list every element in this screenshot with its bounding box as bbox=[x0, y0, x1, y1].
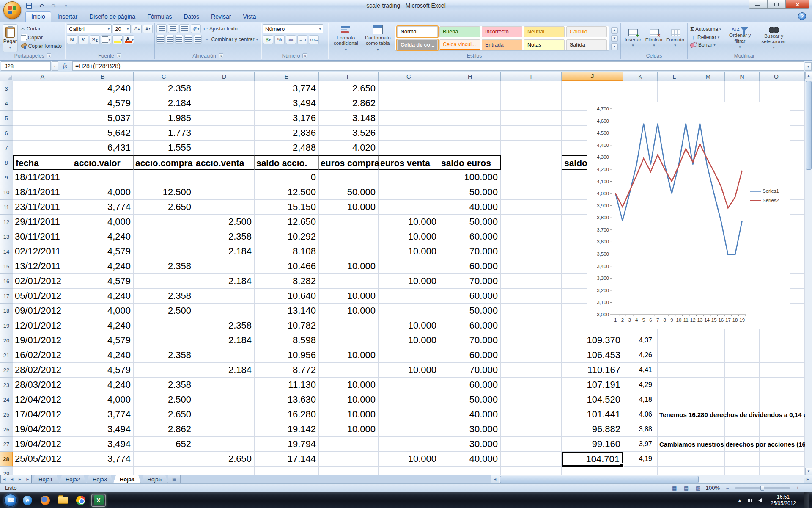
cell-L26[interactable] bbox=[658, 422, 691, 437]
cell-I14[interactable] bbox=[501, 244, 562, 259]
column-header-partial[interactable] bbox=[793, 72, 805, 81]
cell-P18[interactable] bbox=[793, 304, 805, 318]
cell-F27[interactable] bbox=[319, 437, 379, 452]
cell-H19[interactable]: 60.000 bbox=[439, 318, 501, 333]
cell-C15[interactable]: 2.358 bbox=[134, 259, 194, 274]
cell-A8[interactable]: fecha bbox=[13, 155, 72, 170]
cell-E29[interactable] bbox=[255, 467, 319, 475]
prev-sheet-button[interactable]: ◀ bbox=[8, 475, 16, 483]
cell-D20[interactable]: 2.184 bbox=[194, 333, 255, 348]
merge-center-button[interactable]: ⇔Combinar y centrar▾ bbox=[203, 36, 259, 43]
cell-I28[interactable] bbox=[501, 452, 562, 467]
align-center-button[interactable] bbox=[166, 35, 174, 44]
percent-style-button[interactable]: % bbox=[274, 35, 285, 44]
cell-E12[interactable]: 12.650 bbox=[255, 215, 319, 229]
cell-P26[interactable] bbox=[793, 422, 805, 437]
cell-C9[interactable] bbox=[134, 170, 194, 185]
cell-H20[interactable]: 70.000 bbox=[439, 333, 501, 348]
cell-B17[interactable]: 4,240 bbox=[72, 289, 134, 304]
cell-D26[interactable] bbox=[194, 422, 255, 437]
cell-G12[interactable]: 10.000 bbox=[379, 215, 439, 229]
cell-A29[interactable] bbox=[13, 467, 72, 475]
cell-C28[interactable] bbox=[134, 452, 194, 467]
row-header-14[interactable]: 14 bbox=[0, 244, 13, 259]
row-header-28[interactable]: 28 bbox=[0, 452, 13, 467]
taskbar-internet-explorer-button[interactable]: e bbox=[20, 494, 35, 507]
row-header-18[interactable]: 18 bbox=[0, 304, 13, 318]
cell-C26[interactable]: 2.862 bbox=[134, 422, 194, 437]
cell-N29[interactable] bbox=[725, 467, 760, 475]
cell-A6[interactable] bbox=[13, 126, 72, 141]
cell-C25[interactable]: 2.650 bbox=[134, 407, 194, 422]
cell-G3[interactable] bbox=[379, 81, 439, 96]
cell-P7[interactable] bbox=[793, 141, 805, 155]
cell-H17[interactable]: 60.000 bbox=[439, 289, 501, 304]
font-size-select[interactable]: 20▾ bbox=[113, 24, 131, 33]
cell-B23[interactable]: 4,240 bbox=[72, 378, 134, 392]
cell-C11[interactable]: 2.650 bbox=[134, 200, 194, 215]
cell-P29[interactable] bbox=[793, 467, 805, 475]
cell-A12[interactable]: 29/11/2011 bbox=[13, 215, 72, 229]
row-header-29[interactable]: 29 bbox=[0, 467, 13, 475]
scroll-up-button[interactable]: ▲ bbox=[805, 72, 812, 79]
cell-G15[interactable] bbox=[379, 259, 439, 274]
cell-G18[interactable] bbox=[379, 304, 439, 318]
cell-G5[interactable] bbox=[379, 111, 439, 126]
cell-A25[interactable]: 17/04/2012 bbox=[13, 407, 72, 422]
font-name-select[interactable]: Calibri▾ bbox=[67, 24, 112, 33]
cell-I25[interactable] bbox=[501, 407, 562, 422]
cell-E15[interactable]: 10.466 bbox=[255, 259, 319, 274]
cell-C13[interactable] bbox=[134, 229, 194, 244]
column-header-L[interactable]: L bbox=[658, 72, 691, 81]
row-header-27[interactable]: 27 bbox=[0, 437, 13, 452]
cell-G22[interactable]: 10.000 bbox=[379, 363, 439, 378]
redo-button[interactable]: ↷ bbox=[49, 1, 58, 10]
cell-I11[interactable] bbox=[501, 200, 562, 215]
cell-I16[interactable] bbox=[501, 274, 562, 289]
cell-J24[interactable]: 104.520 bbox=[562, 392, 623, 407]
cell-F12[interactable] bbox=[319, 215, 379, 229]
cell-B4[interactable]: 4,579 bbox=[72, 96, 134, 111]
cell-H6[interactable] bbox=[439, 126, 501, 141]
cell-G23[interactable] bbox=[379, 378, 439, 392]
sheet-tab-hoja3[interactable]: Hoja3 bbox=[86, 475, 113, 483]
cell-K3[interactable] bbox=[623, 81, 658, 96]
row-header-24[interactable]: 24 bbox=[0, 392, 13, 407]
cell-G8[interactable]: euros venta bbox=[379, 155, 439, 170]
tray-volume-icon[interactable] bbox=[757, 497, 763, 503]
cell-I22[interactable] bbox=[501, 363, 562, 378]
cell-F7[interactable]: 4.020 bbox=[319, 141, 379, 155]
cell-G29[interactable] bbox=[379, 467, 439, 475]
grow-font-button[interactable]: A▴ bbox=[132, 25, 142, 33]
cell-F21[interactable]: 10.000 bbox=[319, 348, 379, 363]
cell-C17[interactable]: 2.358 bbox=[134, 289, 194, 304]
italic-button[interactable]: K bbox=[78, 35, 88, 44]
cell-G26[interactable] bbox=[379, 422, 439, 437]
cell-F5[interactable]: 3.148 bbox=[319, 111, 379, 126]
cell-C10[interactable]: 12.500 bbox=[134, 185, 194, 200]
cell-E25[interactable]: 16.280 bbox=[255, 407, 319, 422]
formula-bar-expand-button[interactable]: ▾ bbox=[805, 62, 812, 71]
cell-C23[interactable]: 2.358 bbox=[134, 378, 194, 392]
cell-D6[interactable] bbox=[194, 126, 255, 141]
cell-P10[interactable] bbox=[793, 185, 805, 200]
cell-D29[interactable] bbox=[194, 467, 255, 475]
cell-F23[interactable]: 10.000 bbox=[319, 378, 379, 392]
cell-D24[interactable] bbox=[194, 392, 255, 407]
cell-E4[interactable]: 3,494 bbox=[255, 96, 319, 111]
number-format-select[interactable]: Número▾ bbox=[263, 24, 323, 33]
cell-B22[interactable]: 4,579 bbox=[72, 363, 134, 378]
cell-E9[interactable]: 0 bbox=[255, 170, 319, 185]
cell-A26[interactable]: 19/04/2012 bbox=[13, 422, 72, 437]
cell-A23[interactable]: 28/03/2012 bbox=[13, 378, 72, 392]
cell-C12[interactable] bbox=[134, 215, 194, 229]
column-header-C[interactable]: C bbox=[134, 72, 194, 81]
sort-filter-button[interactable]: A↓Z Ordenar y filtrar ▾ bbox=[724, 24, 756, 52]
accounting-format-button[interactable]: $▾ bbox=[263, 35, 273, 44]
cell-H14[interactable]: 70.000 bbox=[439, 244, 501, 259]
align-right-button[interactable] bbox=[175, 35, 183, 44]
name-box-dropdown[interactable]: ▾ bbox=[52, 61, 58, 71]
row-header-20[interactable]: 20 bbox=[0, 333, 13, 348]
cell-B21[interactable]: 4,240 bbox=[72, 348, 134, 363]
cell-G6[interactable] bbox=[379, 126, 439, 141]
